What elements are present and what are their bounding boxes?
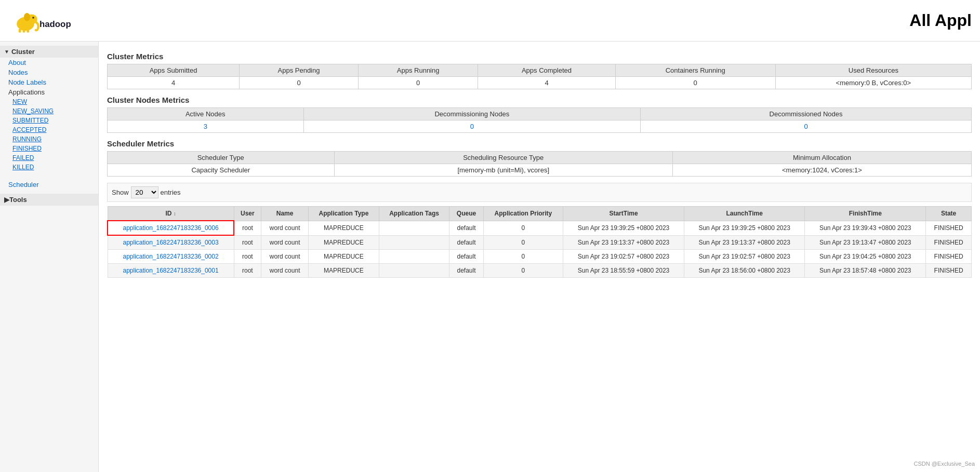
sm-header-2: Minimum Allocation: [672, 152, 971, 164]
app-type: MAPREDUCE: [309, 264, 379, 278]
id-sort-icon: ↕: [174, 211, 176, 217]
tools-arrow-icon: ▶: [4, 196, 9, 204]
app-launchtime: Sun Apr 23 19:39:25 +0800 2023: [684, 221, 805, 235]
cm-header-1: Apps Pending: [240, 64, 359, 77]
cluster-metrics-title: Cluster Metrics: [107, 52, 972, 61]
app-name: word count: [261, 264, 309, 278]
app-starttime: Sun Apr 23 19:39:25 +0800 2023: [563, 221, 684, 235]
cnm-header-0: Active Nodes: [108, 108, 304, 120]
app-priority: 0: [483, 221, 563, 235]
cnm-val-0[interactable]: 3: [108, 120, 304, 133]
sidebar-item-nodes[interactable]: Nodes: [0, 68, 98, 77]
hadoop-logo: hadoop: [8, 5, 71, 36]
sidebar-applications-label: Applications: [0, 87, 98, 97]
cnm-header-1: Decommissioning Nodes: [303, 108, 641, 120]
svg-rect-5: [23, 29, 25, 32]
sidebar-item-running[interactable]: RUNNING: [0, 134, 98, 144]
app-type: MAPREDUCE: [309, 250, 379, 264]
cm-header-0: Apps Submitted: [108, 64, 240, 77]
app-user: root: [234, 235, 261, 250]
cnm-val-1[interactable]: 0: [303, 120, 641, 133]
cluster-label: Cluster: [11, 48, 35, 56]
cm-val-1: 0: [240, 77, 359, 89]
table-row: application_1682247183236_0006rootword c…: [108, 221, 972, 235]
apps-th-queue: Queue: [449, 207, 483, 221]
app-id-cell: application_1682247183236_0002: [108, 250, 234, 264]
app-state: FINISHED: [926, 264, 972, 278]
table-row: application_1682247183236_0001rootword c…: [108, 264, 972, 278]
app-queue: default: [449, 250, 483, 264]
cm-header-3: Apps Completed: [478, 64, 615, 77]
app-starttime: Sun Apr 23 18:55:59 +0800 2023: [563, 264, 684, 278]
app-id-link[interactable]: application_1682247183236_0006: [123, 224, 218, 232]
svg-rect-4: [19, 29, 21, 32]
app-name: word count: [261, 235, 309, 250]
cm-val-2: 0: [358, 77, 478, 89]
page-title: All Appl: [909, 11, 972, 30]
app-launchtime: Sun Apr 23 19:13:37 +0800 2023: [684, 235, 805, 250]
scheduler-metrics-title: Scheduler Metrics: [107, 139, 972, 148]
sm-val-1: [memory-mb (unit=Mi), vcores]: [334, 164, 672, 177]
cluster-arrow-icon: ▼: [4, 49, 9, 55]
sidebar-item-about[interactable]: About: [0, 58, 98, 68]
svg-point-3: [24, 13, 30, 21]
cm-val-4: 0: [615, 77, 775, 89]
cm-val-3: 4: [478, 77, 615, 89]
sidebar-item-killed[interactable]: KILLED: [0, 163, 98, 172]
cm-val-5: <memory:0 B, vCores:0>: [775, 77, 971, 89]
app-finishtime: Sun Apr 23 19:39:43 +0800 2023: [805, 221, 926, 235]
app-id-link[interactable]: application_1682247183236_0002: [123, 253, 218, 260]
app-finishtime: Sun Apr 23 19:13:47 +0800 2023: [805, 235, 926, 250]
apps-th-state: State: [926, 207, 972, 221]
sm-header-1: Scheduling Resource Type: [334, 152, 672, 164]
show-entries-bar: Show 10 20 50 100 entries: [107, 183, 972, 202]
app-state: FINISHED: [926, 235, 972, 250]
app-state: FINISHED: [926, 250, 972, 264]
app-type: MAPREDUCE: [309, 221, 379, 235]
sm-header-0: Scheduler Type: [108, 152, 335, 164]
app-user: root: [234, 250, 261, 264]
cnm-val-2[interactable]: 0: [641, 120, 972, 133]
app-finishtime: Sun Apr 23 19:04:25 +0800 2023: [805, 250, 926, 264]
sidebar-item-failed[interactable]: FAILED: [0, 153, 98, 163]
app-priority: 0: [483, 250, 563, 264]
app-id-link[interactable]: application_1682247183236_0003: [123, 239, 218, 246]
cm-val-0: 4: [108, 77, 240, 89]
show-label: Show: [112, 188, 129, 196]
applications-table: ID ↕ User Name Application Type Applicat…: [107, 206, 972, 278]
sidebar-item-accepted[interactable]: ACCEPTED: [0, 125, 98, 134]
scheduler-metrics-table: Scheduler Type Scheduling Resource Type …: [107, 151, 972, 177]
app-id-link[interactable]: application_1682247183236_0001: [123, 267, 218, 274]
app-launchtime: Sun Apr 23 19:02:57 +0800 2023: [684, 250, 805, 264]
app-finishtime: Sun Apr 23 18:57:48 +0800 2023: [805, 264, 926, 278]
apps-th-starttime: StartTime: [563, 207, 684, 221]
cluster-metrics-table: Apps Submitted Apps Pending Apps Running…: [107, 64, 972, 89]
cluster-nodes-metrics-table: Active Nodes Decommissioning Nodes Decom…: [107, 107, 972, 133]
apps-th-user: User: [234, 207, 261, 221]
app-launchtime: Sun Apr 23 18:56:00 +0800 2023: [684, 264, 805, 278]
content-area: Cluster Metrics Apps Submitted Apps Pend…: [99, 42, 980, 472]
apps-th-tags: Application Tags: [379, 207, 449, 221]
sidebar-item-submitted[interactable]: SUBMITTED: [0, 116, 98, 125]
sidebar-item-scheduler[interactable]: Scheduler: [0, 180, 98, 190]
sidebar-item-finished[interactable]: FINISHED: [0, 144, 98, 153]
cnm-header-2: Decommissioned Nodes: [641, 108, 972, 120]
app-queue: default: [449, 235, 483, 250]
app-tags: [379, 250, 449, 264]
sidebar: ▼ Cluster About Nodes Node Labels Applic…: [0, 42, 99, 472]
app-name: word count: [261, 250, 309, 264]
sm-val-2: <memory:1024, vCores:1>: [672, 164, 971, 177]
cm-header-5: Used Resources: [775, 64, 971, 77]
cluster-header[interactable]: ▼ Cluster: [0, 46, 98, 58]
svg-point-2: [32, 17, 34, 19]
app-user: root: [234, 221, 261, 235]
app-id-cell: application_1682247183236_0003: [108, 235, 234, 250]
apps-th-id[interactable]: ID ↕: [108, 207, 234, 221]
entries-select[interactable]: 10 20 50 100: [131, 186, 158, 198]
sidebar-item-node-labels[interactable]: Node Labels: [0, 77, 98, 87]
cm-header-2: Apps Running: [358, 64, 478, 77]
tools-header[interactable]: ▶ Tools: [0, 194, 98, 206]
tools-section: ▶ Tools: [0, 194, 98, 206]
sidebar-item-new[interactable]: NEW: [0, 97, 98, 106]
sidebar-item-new-saving[interactable]: NEW_SAVING: [0, 106, 98, 116]
